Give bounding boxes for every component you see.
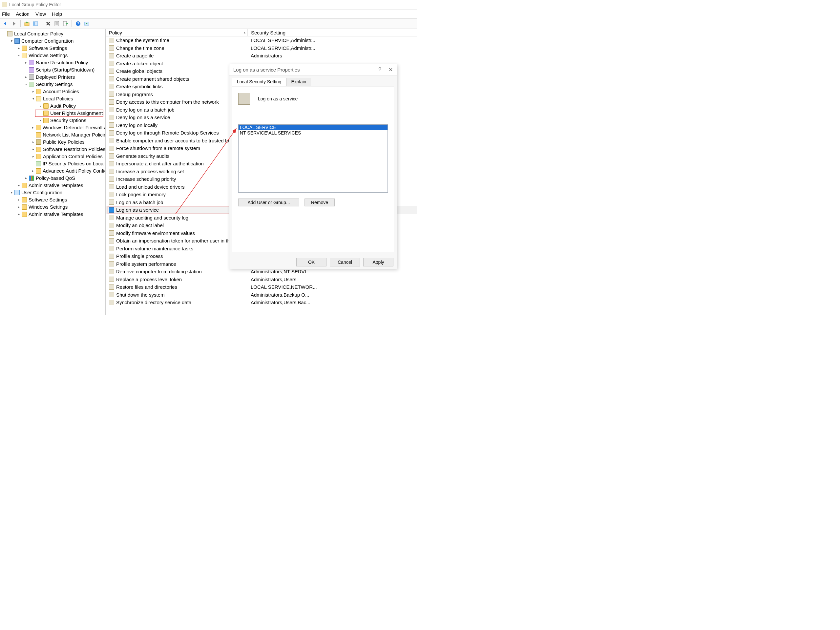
tree-item[interactable]: ▸Security Options: [0, 117, 105, 124]
help-icon[interactable]: ?: [74, 20, 82, 27]
policy-item-icon: [109, 292, 114, 297]
tree-item[interactable]: ▸Account Policies: [0, 88, 105, 95]
properties-icon[interactable]: [53, 20, 60, 27]
apply-button[interactable]: Apply: [363, 258, 393, 267]
tree-item[interactable]: ▸Policy-based QoS: [0, 175, 105, 182]
svg-rect-2: [33, 22, 35, 25]
chevron-right-icon[interactable]: ▸: [24, 175, 28, 182]
tree-item[interactable]: ▾User Configuration: [0, 189, 105, 196]
tree-item[interactable]: ▸Audit Policy: [0, 103, 105, 110]
tree-item[interactable]: ▸Software Settings: [0, 196, 105, 204]
policy-row[interactable]: Change the time zoneLOCAL SERVICE,Admini…: [106, 44, 417, 52]
policy-item-icon: [109, 231, 114, 235]
chevron-down-icon[interactable]: ▾: [31, 95, 35, 103]
shield-icon: [36, 161, 41, 166]
users-listbox[interactable]: LOCAL SERVICENT SERVICE\ALL SERVICES: [238, 124, 388, 193]
menu-view[interactable]: View: [35, 11, 46, 17]
column-header-policy-label: Policy: [109, 30, 122, 35]
dialog-close-icon[interactable]: ✕: [388, 66, 393, 73]
chevron-right-icon[interactable]: ▸: [31, 153, 35, 160]
policy-row[interactable]: Replace a process level tokenAdministrat…: [106, 276, 417, 284]
menu-help[interactable]: Help: [52, 11, 62, 17]
tree-item-label: Network List Manager Policies: [43, 131, 105, 139]
menu-action[interactable]: Action: [16, 11, 30, 17]
tree-pane[interactable]: Local Computer Policy▾Computer Configura…: [0, 29, 106, 315]
menu-file[interactable]: File: [2, 11, 10, 17]
column-header-security[interactable]: Security Setting: [248, 29, 417, 36]
chevron-right-icon[interactable]: ▸: [16, 211, 21, 218]
chevron-down-icon[interactable]: ▾: [24, 81, 28, 88]
forward-icon[interactable]: [11, 20, 18, 27]
policy-name: Increase scheduling priority: [116, 176, 176, 182]
policy-icon: [238, 93, 250, 105]
chevron-right-icon[interactable]: ▸: [31, 124, 35, 131]
tree-item-label: Account Policies: [43, 88, 79, 95]
chevron-right-icon[interactable]: ▸: [38, 117, 43, 124]
chevron-right-icon[interactable]: ▸: [16, 204, 21, 211]
add-user-or-group-button[interactable]: Add User or Group...: [238, 199, 299, 206]
chevron-right-icon[interactable]: ▸: [31, 139, 35, 146]
tree-item-label: Administrative Templates: [28, 211, 83, 218]
tree-item[interactable]: ▾Computer Configuration: [0, 38, 105, 45]
tree-item[interactable]: ▸Deployed Printers: [0, 74, 105, 81]
tree-item[interactable]: ▾Windows Settings: [0, 52, 105, 59]
run-icon[interactable]: [83, 20, 90, 27]
dialog-help-icon[interactable]: ?: [378, 66, 381, 73]
tree-item[interactable]: ▾Local Policies: [0, 95, 105, 103]
tree-item[interactable]: Scripts (Startup/Shutdown): [0, 66, 105, 74]
dialog-titlebar[interactable]: Log on as a service Properties ? ✕: [229, 64, 397, 76]
policy-item-icon: [109, 138, 114, 143]
tree-item[interactable]: ▸Windows Defender Firewall with: [0, 124, 105, 131]
user-list-item[interactable]: NT SERVICE\ALL SERVICES: [238, 130, 387, 136]
chevron-down-icon[interactable]: ▾: [9, 189, 14, 196]
tab-explain[interactable]: Explain: [286, 78, 311, 86]
tree-item[interactable]: ▸Application Control Policies: [0, 153, 105, 160]
tree-item[interactable]: ▸Advanced Audit Policy Configu: [0, 167, 105, 175]
chevron-right-icon[interactable]: ▸: [31, 146, 35, 153]
cancel-button[interactable]: Cancel: [330, 258, 360, 267]
chevron-down-icon[interactable]: ▾: [16, 52, 21, 59]
tree-item[interactable]: Local Computer Policy: [0, 30, 105, 38]
chevron-right-icon[interactable]: ▸: [16, 182, 21, 189]
policy-row[interactable]: Synchronize directory service dataAdmini…: [106, 298, 417, 306]
policy-row[interactable]: Change the system timeLOCAL SERVICE,Admi…: [106, 36, 417, 44]
delete-icon[interactable]: [45, 20, 52, 27]
export-icon[interactable]: [62, 20, 69, 27]
policy-name: Modify firmware environment values: [116, 231, 195, 236]
chevron-right-icon[interactable]: ▸: [16, 196, 21, 204]
tree-item[interactable]: ▸Software Restriction Policies: [0, 146, 105, 153]
remove-button[interactable]: Remove: [305, 199, 335, 206]
policy-row[interactable]: Restore files and directoriesLOCAL SERVI…: [106, 283, 417, 291]
show-hide-tree-icon[interactable]: [32, 20, 39, 27]
tree-item[interactable]: IP Security Policies on Local Co: [0, 160, 105, 167]
tab-local-security-setting[interactable]: Local Security Setting: [232, 78, 286, 86]
chevron-right-icon[interactable]: ▸: [31, 167, 35, 175]
chevron-right-icon[interactable]: ▸: [31, 88, 35, 95]
policy-row[interactable]: Create a pagefileAdministrators: [106, 52, 417, 60]
tree-item[interactable]: ▸Name Resolution Policy: [0, 59, 105, 66]
policy-name: Manage auditing and security log: [116, 215, 188, 221]
chevron-right-icon[interactable]: ▸: [24, 74, 28, 81]
tree-item[interactable]: User Rights Assignment: [0, 110, 105, 117]
policy-name: Create symbolic links: [116, 84, 163, 89]
chevron-right-icon[interactable]: ▸: [24, 59, 28, 66]
policy-row[interactable]: Shut down the systemAdministrators,Backu…: [106, 291, 417, 299]
user-list-item[interactable]: LOCAL SERVICE: [238, 125, 387, 130]
folder-icon: [43, 118, 49, 123]
chevron-right-icon[interactable]: ▸: [16, 45, 21, 52]
ok-button[interactable]: OK: [296, 258, 327, 267]
tree-item[interactable]: ▸Administrative Templates: [0, 211, 105, 218]
properties-dialog: Log on as a service Properties ? ✕ Local…: [229, 64, 397, 269]
up-folder-icon[interactable]: [23, 20, 30, 27]
tree-item[interactable]: ▸Windows Settings: [0, 204, 105, 211]
policy-name: Lock pages in memory: [116, 192, 166, 197]
chevron-right-icon[interactable]: ▸: [38, 103, 43, 110]
tree-item[interactable]: ▾Security Settings: [0, 81, 105, 88]
tree-item[interactable]: Network List Manager Policies: [0, 131, 105, 139]
chevron-down-icon[interactable]: ▾: [9, 38, 14, 45]
column-header-policy[interactable]: Policy ▲: [106, 29, 248, 36]
tree-item[interactable]: ▸Administrative Templates: [0, 182, 105, 189]
tree-item[interactable]: ▸Software Settings: [0, 45, 105, 52]
tree-item[interactable]: ▸Public Key Policies: [0, 139, 105, 146]
back-icon[interactable]: [2, 20, 9, 27]
